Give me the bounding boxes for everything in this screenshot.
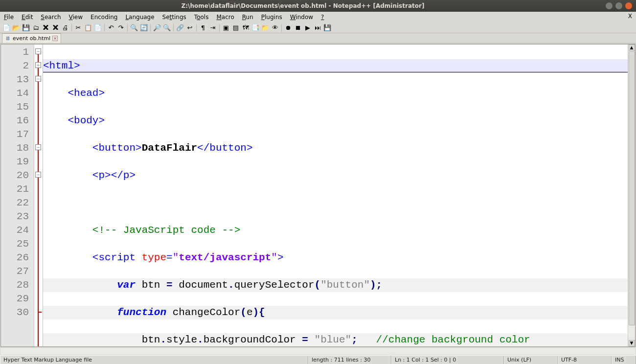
menu-encoding[interactable]: Encoding (87, 13, 121, 22)
find-icon[interactable]: 🔍 (130, 23, 138, 32)
status-length: length : 711 lines : 30 (308, 356, 391, 364)
separator-icon (150, 24, 151, 32)
zoom-in-icon[interactable]: 🔎 (153, 23, 161, 32)
play-multi-icon[interactable]: ⏭ (313, 23, 322, 32)
code-area[interactable]: <html> <head> <body> <button>DataFlair</… (43, 45, 628, 346)
fold-icon[interactable]: ▣ (222, 23, 230, 32)
menubar-close-icon[interactable]: X (628, 13, 632, 20)
minimize-button[interactable] (606, 2, 613, 9)
indent-guide-icon[interactable]: ⇥ (208, 23, 217, 32)
line-number: 28 (1, 278, 29, 292)
cut-icon[interactable]: ✂ (74, 23, 83, 32)
status-position: Ln : 1 Col : 1 Sel : 0 | 0 (391, 356, 504, 364)
unfold-icon[interactable]: ▤ (231, 23, 240, 32)
menu-tools[interactable]: Tools (190, 13, 213, 22)
vertical-scrollbar[interactable]: ▲ ▼ (628, 45, 635, 346)
sync-scroll-icon[interactable]: 🔗 (176, 23, 184, 32)
func-list-icon[interactable]: 📑 (251, 23, 260, 32)
menubar: File Edit Search View Encoding Language … (0, 12, 636, 23)
separator-icon (104, 24, 105, 32)
tabbar: 🗎 event ob.html ✕ (0, 33, 636, 44)
all-chars-icon[interactable]: ¶ (199, 23, 207, 32)
separator-icon (219, 24, 220, 32)
menu-run[interactable]: Run (238, 13, 257, 22)
line-number: 26 (1, 251, 29, 265)
window-title: Z:\home\dataflair\Documents\event ob.htm… (0, 2, 606, 9)
line-number: 19 (1, 155, 29, 169)
fold-end-icon (38, 309, 42, 313)
line-number-gutter: 1 2 13 14 15 16 17 18 19 20 21 22 23 24 … (1, 45, 34, 346)
zoom-out-icon[interactable]: 🔍 (162, 23, 171, 32)
menu-plugins[interactable]: Plugins (257, 13, 286, 22)
folder-view-icon[interactable]: 📁 (261, 23, 270, 32)
maximize-button[interactable] (615, 2, 622, 9)
fold-column[interactable]: − + − − − (34, 45, 43, 346)
new-file-icon[interactable]: 📄 (2, 23, 11, 32)
menu-macro[interactable]: Macro (212, 13, 238, 22)
file-tab-icon: 🗎 (5, 35, 11, 42)
fold-toggle-icon[interactable]: − (35, 144, 41, 150)
save-macro-icon[interactable]: 💾 (323, 23, 332, 32)
scroll-up-icon[interactable]: ▲ (629, 45, 635, 51)
menu-language[interactable]: Language (121, 13, 158, 22)
menu-file[interactable]: File (0, 13, 18, 22)
horizontal-scrollbar[interactable] (0, 347, 636, 355)
close-all-icon[interactable]: 🗙 (51, 23, 60, 32)
titlebar: Z:\home\dataflair\Documents\event ob.htm… (0, 0, 636, 12)
menu-window[interactable]: Window (286, 13, 317, 22)
wrap-icon[interactable]: ↩ (185, 23, 194, 32)
tab-close-icon[interactable]: ✕ (52, 36, 58, 41)
line-number: 22 (1, 196, 29, 210)
separator-icon (173, 24, 174, 32)
save-icon[interactable]: 💾 (22, 23, 30, 32)
scroll-thumb[interactable] (629, 51, 635, 325)
status-eol: Unix (LF) (504, 356, 558, 364)
window-controls (606, 2, 636, 9)
line-number: 2 (1, 59, 29, 73)
fold-toggle-icon[interactable]: − (35, 172, 41, 178)
monitoring-icon[interactable]: 👁 (271, 23, 279, 32)
close-file-icon[interactable]: 🗙 (41, 23, 50, 32)
editor[interactable]: 1 2 13 14 15 16 17 18 19 20 21 22 23 24 … (0, 44, 636, 347)
save-all-icon[interactable]: 🗂 (31, 23, 40, 32)
close-button[interactable] (625, 2, 632, 9)
file-tab-label: event ob.html (13, 35, 50, 42)
status-mode: INS (612, 356, 636, 364)
line-number: 17 (1, 128, 29, 141)
line-number: 14 (1, 87, 29, 100)
undo-icon[interactable]: ↶ (107, 23, 115, 32)
copy-icon[interactable]: 📋 (84, 23, 92, 32)
status-encoding: UTF-8 (558, 356, 612, 364)
line-number: 30 (1, 306, 29, 319)
separator-icon (281, 24, 282, 32)
menu-view[interactable]: View (65, 13, 87, 22)
line-number: 15 (1, 100, 29, 114)
menu-search[interactable]: Search (37, 13, 65, 22)
redo-icon[interactable]: ↷ (116, 23, 125, 32)
menu-settings[interactable]: Settings (159, 13, 190, 22)
print-icon[interactable]: 🖨 (61, 23, 69, 32)
separator-icon (196, 24, 197, 32)
fold-toggle-icon[interactable]: − (35, 48, 41, 54)
line-number: 29 (1, 292, 29, 306)
line-number: 25 (1, 237, 29, 251)
record-icon[interactable]: ⏺ (284, 23, 293, 32)
play-icon[interactable]: ▶ (303, 23, 312, 32)
replace-icon[interactable]: 🔄 (139, 23, 148, 32)
stop-icon[interactable]: ⏹ (294, 23, 302, 32)
line-number: 16 (1, 114, 29, 128)
scroll-down-icon[interactable]: ▼ (629, 340, 635, 346)
line-number: 13 (1, 73, 29, 87)
menu-edit[interactable]: Edit (18, 13, 37, 22)
file-tab[interactable]: 🗎 event ob.html ✕ (2, 33, 61, 43)
line-number: 18 (1, 141, 29, 155)
menu-help[interactable]: ? (317, 13, 328, 22)
open-icon[interactable]: 📂 (12, 23, 21, 32)
doc-map-icon[interactable]: 🗺 (241, 23, 250, 32)
fold-toggle-icon[interactable]: − (35, 76, 41, 82)
fold-toggle-icon[interactable]: + (35, 62, 41, 68)
line-number: 20 (1, 169, 29, 182)
separator-icon (71, 24, 72, 32)
paste-icon[interactable]: 📄 (93, 23, 102, 32)
status-filetype: Hyper Text Markup Language file (0, 356, 308, 364)
